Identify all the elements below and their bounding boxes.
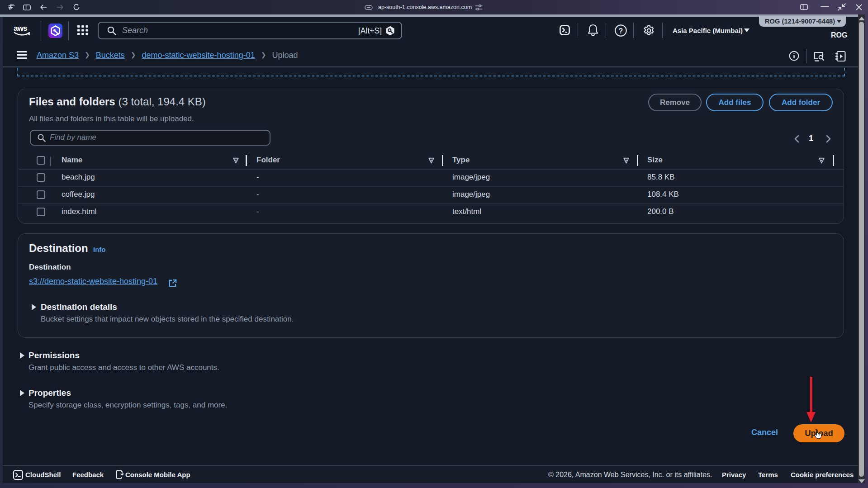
svg-text:?: ?	[619, 27, 623, 35]
svg-text:aws: aws	[14, 24, 27, 33]
